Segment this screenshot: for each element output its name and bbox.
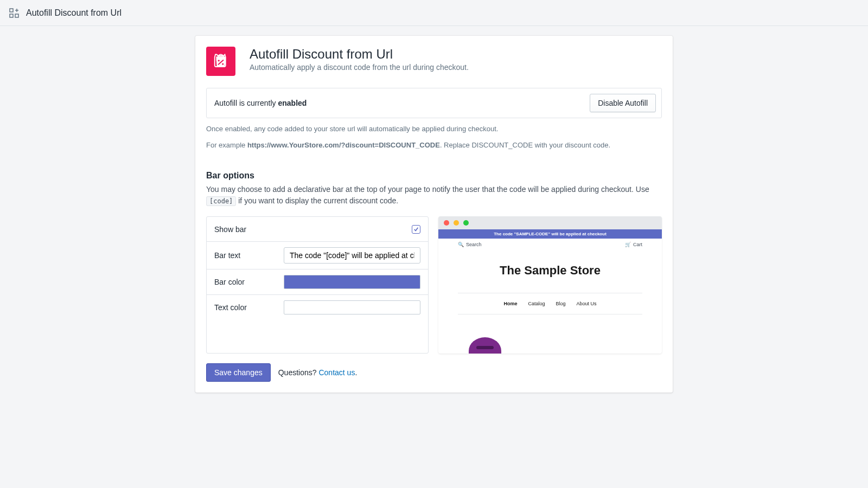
app-logo-icon <box>206 47 235 76</box>
text-color-input[interactable] <box>284 300 420 314</box>
mac-titlebar <box>438 216 662 229</box>
preview-panel: The code "SAMPLE-CODE" will be applied a… <box>438 216 662 354</box>
search-icon: 🔍 <box>458 242 464 247</box>
mac-close-icon <box>444 220 449 226</box>
show-bar-label: Show bar <box>214 225 284 234</box>
cart-icon: 🛒 <box>625 242 631 247</box>
top-bar: Autofill Discount from Url <box>0 0 868 26</box>
mac-zoom-icon <box>463 220 469 226</box>
preview-tab-catalog: Catalog <box>528 301 545 306</box>
bar-color-label: Bar color <box>214 278 284 286</box>
svg-rect-1 <box>10 14 13 17</box>
preview-tabs: Home Catalog Blog About Us <box>438 301 662 306</box>
bar-options-desc: You may choose to add a declarative bar … <box>206 184 662 207</box>
preview-nav: 🔍Search 🛒Cart <box>438 239 662 251</box>
save-changes-button[interactable]: Save changes <box>206 363 271 382</box>
apps-grid-icon <box>9 8 20 18</box>
contact-us-link[interactable]: Contact us <box>318 368 355 377</box>
bar-text-input[interactable] <box>284 247 420 264</box>
help-text-2: For example https://www.YourStore.com/?d… <box>206 140 662 151</box>
preview-tab-blog: Blog <box>556 301 566 306</box>
bar-color-input[interactable] <box>284 275 420 289</box>
status-text: Autofill is currently enabled <box>214 99 307 107</box>
status-prefix: Autofill is currently <box>214 99 278 107</box>
show-bar-checkbox[interactable] <box>412 225 420 234</box>
footer-row: Save changes Questions? Contact us. <box>206 363 662 382</box>
status-state: enabled <box>278 99 307 107</box>
svg-point-7 <box>218 60 220 61</box>
main-card: Autofill Discount from Url Automatically… <box>195 36 673 393</box>
disable-autofill-button[interactable]: Disable Autofill <box>590 94 656 112</box>
preview-tab-home: Home <box>503 301 517 306</box>
options-table: Show bar Bar text Bar color <box>206 216 429 354</box>
top-bar-title: Autofill Discount from Url <box>26 8 122 18</box>
mac-minimize-icon <box>454 220 459 226</box>
preview-product-image <box>469 337 501 354</box>
preview-search-label: Search <box>466 242 482 247</box>
preview-store-name: The Sample Store <box>438 264 662 278</box>
svg-rect-0 <box>10 9 13 12</box>
bar-text-label: Bar text <box>214 251 284 260</box>
preview-tab-about: About Us <box>577 301 597 306</box>
help-text-1: Once enabled, any code added to your sto… <box>206 124 662 134</box>
status-card: Autofill is currently enabled Disable Au… <box>206 88 662 118</box>
preview-cart-label: Cart <box>633 242 642 247</box>
code-tag: [code] <box>206 196 236 206</box>
svg-point-8 <box>222 63 224 65</box>
footer-text: Questions? Contact us. <box>278 368 358 377</box>
svg-rect-2 <box>15 14 18 17</box>
app-title: Autofill Discount from Url <box>250 47 469 62</box>
app-subtitle: Automatically apply a discount code from… <box>250 63 469 72</box>
preview-discount-bar: The code "SAMPLE-CODE" will be applied a… <box>438 229 662 239</box>
app-header: Autofill Discount from Url Automatically… <box>206 47 662 76</box>
bar-options-title: Bar options <box>206 171 662 181</box>
text-color-label: Text color <box>214 303 284 312</box>
